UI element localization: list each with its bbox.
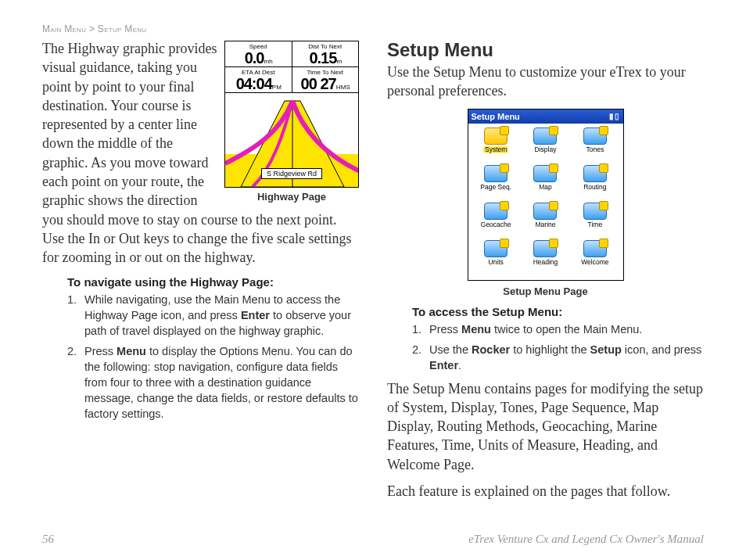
sm-item-label: Heading bbox=[533, 259, 558, 266]
hp-speed-value: 0.0 bbox=[245, 49, 264, 66]
manual-page: Main Menu > Setup Menu Speed 0.0m h Dist… bbox=[0, 0, 746, 560]
instr-step: Use the Rocker to highlight the Setup ic… bbox=[412, 342, 704, 373]
instr-step: Press Menu to display the Options Menu. … bbox=[67, 343, 359, 422]
sm-item-label: Tones bbox=[586, 146, 604, 153]
sm-item-icon bbox=[533, 165, 557, 182]
sm-item-routing[interactable]: Routing bbox=[570, 164, 619, 202]
sm-item-page-seq-[interactable]: Page Seq. bbox=[472, 164, 521, 202]
left-instructions: To navigate using the Highway Page: Whil… bbox=[67, 275, 359, 422]
sm-item-icon bbox=[583, 203, 607, 220]
sm-item-icon bbox=[484, 127, 507, 145]
left-column: Speed 0.0m h Dist To Next 0.15m ETA At D… bbox=[42, 39, 359, 508]
sm-item-map[interactable]: Map bbox=[521, 164, 570, 202]
hp-dist-value: 0.15 bbox=[309, 49, 336, 66]
page-footer: 56 eTrex Venture Cx and Legend Cx Owner'… bbox=[42, 533, 704, 546]
instr-step: Press Menu twice to open the Main Menu. bbox=[412, 321, 704, 337]
sm-item-units[interactable]: Units bbox=[472, 239, 521, 277]
setup-menu-screenshot: Setup Menu ▮▯ SystemDisplayTonesPage Seq… bbox=[468, 109, 624, 281]
sm-item-icon bbox=[583, 127, 607, 145]
setup-menu-intro: Use the Setup Menu to customize your eTr… bbox=[387, 63, 704, 101]
sm-item-icon bbox=[484, 240, 507, 257]
sm-item-label: Units bbox=[488, 259, 503, 266]
right-instr-list: Press Menu twice to open the Main Menu.U… bbox=[412, 321, 704, 373]
sm-item-icon bbox=[533, 127, 557, 145]
sm-item-label: Marine bbox=[536, 221, 556, 228]
highway-page-figure: Speed 0.0m h Dist To Next 0.15m ETA At D… bbox=[224, 41, 359, 203]
setup-menu-heading: Setup Menu bbox=[387, 39, 704, 61]
setup-menu-para2: The Setup Menu contains pages for modify… bbox=[387, 379, 704, 474]
sm-item-icon bbox=[484, 165, 507, 182]
right-instr-title: To access the Setup Menu: bbox=[412, 305, 704, 318]
sm-item-icon bbox=[533, 203, 557, 220]
sm-item-tones[interactable]: Tones bbox=[570, 127, 619, 164]
sm-item-label: Display bbox=[535, 146, 557, 153]
hp-ttn-cell: Time To Next 00 27H M S bbox=[292, 67, 359, 93]
sm-item-welcome[interactable]: Welcome bbox=[570, 239, 619, 277]
sm-status-icons: ▮▯ bbox=[609, 112, 620, 120]
sm-item-icon bbox=[583, 165, 607, 182]
sm-icon-grid: SystemDisplayTonesPage Seq.MapRoutingGeo… bbox=[468, 124, 623, 280]
hp-speed-unit: m h bbox=[264, 58, 271, 65]
hp-graphic: S Ridgeview Rd bbox=[225, 93, 358, 187]
hp-ttn-value: 00 27 bbox=[301, 75, 336, 92]
hp-dist-cell: Dist To Next 0.15m bbox=[292, 41, 359, 67]
sm-item-label: System bbox=[483, 146, 508, 153]
sm-title-bar: Setup Menu ▮▯ bbox=[468, 109, 623, 124]
sm-item-label: Map bbox=[539, 184, 552, 191]
hp-eta-unit: P M bbox=[272, 84, 281, 91]
breadcrumb-a: Main Menu bbox=[42, 23, 86, 34]
right-instructions: To access the Setup Menu: Press Menu twi… bbox=[412, 305, 704, 373]
hp-dist-unit: m bbox=[336, 58, 341, 65]
hp-eta-cell: ETA At Dest 04:04P M bbox=[225, 67, 292, 93]
sm-item-heading[interactable]: Heading bbox=[521, 239, 570, 277]
sm-item-label: Geocache bbox=[481, 221, 511, 228]
setup-menu-para3: Each feature is explained on the pages t… bbox=[387, 482, 704, 501]
sm-item-label: Welcome bbox=[581, 259, 608, 266]
highway-page-screenshot: Speed 0.0m h Dist To Next 0.15m ETA At D… bbox=[224, 41, 359, 188]
right-column: Setup Menu Use the Setup Menu to customi… bbox=[387, 39, 704, 508]
left-instr-list: While navigating, use the Main Menu to a… bbox=[67, 292, 359, 422]
manual-title: eTrex Venture Cx and Legend Cx Owner's M… bbox=[468, 533, 704, 546]
sm-item-time[interactable]: Time bbox=[570, 202, 619, 239]
sm-title: Setup Menu bbox=[472, 112, 520, 121]
left-instr-title: To navigate using the Highway Page: bbox=[67, 275, 359, 289]
sm-item-geocache[interactable]: Geocache bbox=[472, 202, 521, 239]
hp-ttn-unit: H M S bbox=[336, 84, 350, 91]
sm-item-label: Time bbox=[588, 221, 603, 228]
hp-road-sign: S Ridgeview Rd bbox=[261, 168, 322, 179]
sm-item-icon bbox=[583, 240, 607, 257]
setup-menu-caption: Setup Menu Page bbox=[387, 285, 704, 297]
sm-item-label: Page Seq. bbox=[480, 184, 511, 191]
sm-item-display[interactable]: Display bbox=[521, 127, 570, 164]
setup-menu-figure: Setup Menu ▮▯ SystemDisplayTonesPage Seq… bbox=[387, 109, 704, 297]
sm-item-marine[interactable]: Marine bbox=[521, 202, 570, 239]
sm-item-icon bbox=[484, 203, 507, 220]
hp-eta-value: 04:04 bbox=[236, 75, 272, 92]
highway-page-caption: Highway Page bbox=[224, 191, 359, 203]
breadcrumb: Main Menu > Setup Menu bbox=[42, 23, 704, 34]
sm-item-icon bbox=[533, 240, 557, 257]
hp-speed-cell: Speed 0.0m h bbox=[225, 41, 292, 67]
instr-step: While navigating, use the Main Menu to a… bbox=[67, 292, 359, 339]
breadcrumb-sep: > bbox=[89, 23, 95, 34]
sm-item-label: Routing bbox=[583, 184, 606, 191]
breadcrumb-b: Setup Menu bbox=[98, 23, 147, 34]
page-number: 56 bbox=[42, 533, 54, 546]
sm-item-system[interactable]: System bbox=[472, 127, 521, 164]
